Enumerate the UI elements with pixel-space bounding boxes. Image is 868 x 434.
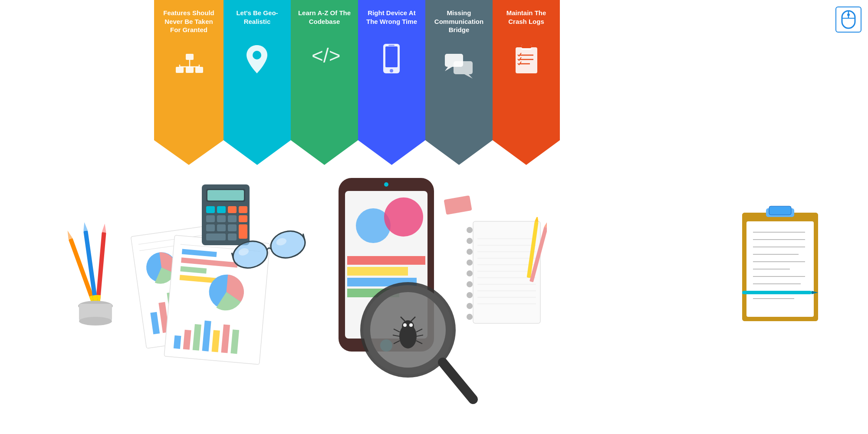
banner-item-crashlogs[interactable]: Maintain The Crash Logs <box>493 0 560 165</box>
svg-point-135 <box>467 270 473 276</box>
mouse-icon-box <box>835 7 861 33</box>
svg-marker-19 <box>445 67 452 71</box>
svg-point-42 <box>79 317 112 326</box>
svg-rect-82 <box>206 233 226 240</box>
banner-label-communication: Missing Communication Bridge <box>425 9 493 34</box>
svg-point-133 <box>467 249 473 255</box>
banner-item-codebase[interactable]: Learn A-Z Of The Codebase </> <box>291 0 358 165</box>
svg-rect-118 <box>444 195 472 215</box>
svg-point-108 <box>403 323 407 327</box>
svg-point-107 <box>402 320 414 332</box>
svg-point-134 <box>467 260 473 266</box>
svg-line-105 <box>443 362 473 399</box>
svg-point-94 <box>384 182 388 187</box>
banner-label-features: Features Should Never Be Taken For Grant… <box>154 9 224 34</box>
svg-rect-70 <box>206 206 215 213</box>
svg-rect-32 <box>95 232 106 304</box>
svg-rect-79 <box>217 224 226 231</box>
svg-rect-7 <box>195 67 203 73</box>
banner-item-geo[interactable]: Let's Be Geo-Realistic <box>224 0 291 165</box>
svg-marker-37 <box>82 222 88 231</box>
svg-marker-33 <box>102 224 107 233</box>
svg-marker-143 <box>544 220 547 228</box>
eraser <box>443 195 473 219</box>
svg-rect-17 <box>388 45 395 46</box>
svg-rect-159 <box>742 291 812 294</box>
phone-icon <box>380 43 404 82</box>
svg-point-3 <box>847 13 850 16</box>
location-icon <box>243 43 271 80</box>
banner-container: Features Should Never Be Taken For Grant… <box>154 0 560 165</box>
svg-rect-69 <box>207 190 244 201</box>
svg-point-131 <box>467 227 473 233</box>
svg-rect-78 <box>206 224 215 231</box>
clipboard-icon <box>513 43 539 80</box>
glasses <box>226 230 312 271</box>
chat-icon <box>443 52 475 84</box>
svg-point-16 <box>390 69 393 72</box>
svg-rect-72 <box>228 206 237 213</box>
svg-point-101 <box>384 197 423 237</box>
svg-point-139 <box>467 314 473 320</box>
illustration-area <box>0 165 868 434</box>
clipboard-right-illustration <box>738 204 825 327</box>
banner-item-device[interactable]: Right Device At The Wrong Time <box>358 0 425 165</box>
svg-rect-5 <box>176 67 184 73</box>
svg-rect-15 <box>385 46 398 67</box>
svg-point-132 <box>467 238 473 244</box>
svg-point-109 <box>409 323 413 327</box>
svg-point-137 <box>467 292 473 298</box>
svg-rect-77 <box>239 215 247 222</box>
svg-rect-20 <box>454 61 473 74</box>
svg-text:</>: </> <box>312 44 340 67</box>
svg-rect-24 <box>521 45 532 48</box>
svg-point-136 <box>467 281 473 287</box>
svg-rect-58 <box>174 335 181 349</box>
mouse-icon <box>841 10 856 30</box>
hierarchy-icon <box>174 52 204 86</box>
svg-marker-21 <box>464 74 473 79</box>
banner-label-geo: Let's Be Geo-Realistic <box>224 9 291 26</box>
banner-label-codebase: Learn A-Z Of The Codebase <box>291 9 358 26</box>
banner-label-device: Right Device At The Wrong Time <box>358 9 425 26</box>
svg-rect-4 <box>186 54 194 60</box>
code-icon: </> <box>309 43 340 71</box>
banner-item-features[interactable]: Features Should Never Be Taken For Grant… <box>154 0 224 165</box>
banner-label-crashlogs: Maintain The Crash Logs <box>493 9 560 26</box>
svg-rect-74 <box>206 215 215 222</box>
banner-item-communication[interactable]: Missing Communication Bridge <box>425 0 493 165</box>
svg-point-138 <box>467 303 473 309</box>
svg-rect-97 <box>347 267 408 276</box>
svg-rect-73 <box>239 206 247 213</box>
svg-rect-96 <box>347 256 425 265</box>
svg-rect-71 <box>217 206 226 213</box>
svg-rect-6 <box>186 67 194 73</box>
notebook <box>460 217 547 332</box>
svg-rect-148 <box>769 206 791 215</box>
svg-marker-160 <box>812 291 818 294</box>
svg-rect-75 <box>217 215 226 222</box>
pen-clipboard <box>742 286 829 301</box>
svg-point-12 <box>253 51 261 59</box>
svg-rect-76 <box>228 215 237 222</box>
svg-marker-29 <box>66 230 72 240</box>
